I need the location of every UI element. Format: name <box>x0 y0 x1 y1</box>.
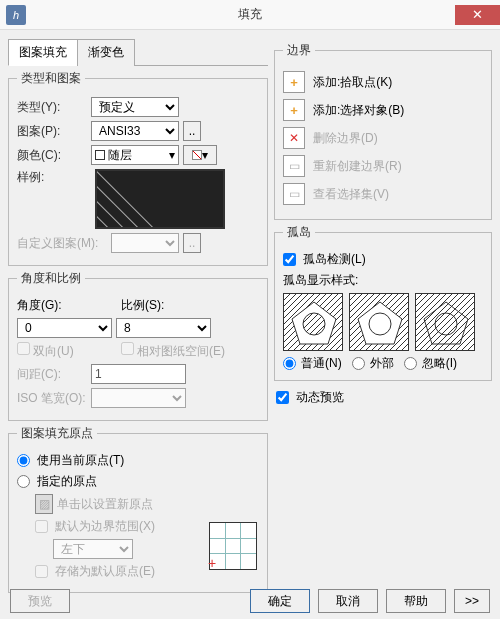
specified-origin-radio[interactable]: 指定的原点 <box>17 473 259 490</box>
add-select-objects-button[interactable]: +添加:选择对象(B) <box>283 99 483 121</box>
spacing-label: 间距(C): <box>17 366 87 383</box>
origin-legend: 图案填充原点 <box>17 425 97 442</box>
angle-scale-group: 角度和比例 角度(G): 比例(S): 0 8 双向(U) 相对图纸空间(E) … <box>8 270 268 421</box>
island-ignore-icon[interactable] <box>415 293 475 351</box>
island-legend: 孤岛 <box>283 224 315 241</box>
island-group: 孤岛 孤岛检测(L) 孤岛显示样式: 普通(N) 外部 忽略(I) <box>274 224 492 381</box>
preview-button: 预览 <box>10 589 70 613</box>
island-normal-radio[interactable]: 普通(N) <box>283 355 342 372</box>
island-ignore-radio[interactable]: 忽略(I) <box>404 355 457 372</box>
svg-point-5 <box>369 313 391 335</box>
add-pick-points-button[interactable]: +添加:拾取点(K) <box>283 71 483 93</box>
origin-thumbnail: + <box>209 522 257 570</box>
type-legend: 类型和图案 <box>17 70 85 87</box>
double-checkbox: 双向(U) <box>17 342 117 360</box>
iso-pen-label: ISO 笔宽(O): <box>17 390 87 407</box>
set-origin-button: ▨ <box>35 494 53 514</box>
ok-button[interactable]: 确定 <box>250 589 310 613</box>
island-normal-icon[interactable] <box>283 293 343 351</box>
scale-select[interactable]: 8 <box>116 318 211 338</box>
color-select[interactable]: 随层 ▾ <box>91 145 179 165</box>
angle-select[interactable]: 0 <box>17 318 112 338</box>
help-button[interactable]: 帮助 <box>386 589 446 613</box>
island-outer-icon[interactable] <box>349 293 409 351</box>
app-icon: h <box>6 5 26 25</box>
type-label: 类型(Y): <box>17 99 87 116</box>
type-select[interactable]: 预定义 <box>91 97 179 117</box>
close-button[interactable]: ✕ <box>455 5 500 25</box>
angle-legend: 角度和比例 <box>17 270 85 287</box>
recreate-boundary-button: ▭重新创建边界(R) <box>283 155 483 177</box>
pattern-browse-button[interactable]: .. <box>183 121 201 141</box>
color-swatch-icon <box>95 150 105 160</box>
bg-color-select[interactable]: ▾ <box>183 145 217 165</box>
svg-point-2 <box>303 313 325 335</box>
tab-hatch[interactable]: 图案填充 <box>8 39 78 66</box>
scale-label: 比例(S): <box>121 297 164 314</box>
sample-label: 样例: <box>17 169 87 186</box>
dynamic-preview-checkbox[interactable]: 动态预览 <box>276 389 490 406</box>
click-set-origin-label: 单击以设置新原点 <box>57 496 153 513</box>
island-detect-checkbox[interactable]: 孤岛检测(L) <box>283 251 483 268</box>
rel-paper-checkbox: 相对图纸空间(E) <box>121 342 225 360</box>
island-style-label: 孤岛显示样式: <box>283 272 483 289</box>
boundary-group: 边界 +添加:拾取点(K) +添加:选择对象(B) ✕删除边界(D) ▭重新创建… <box>274 42 492 220</box>
view-selections-button: ▭查看选择集(V) <box>283 183 483 205</box>
pattern-label: 图案(P): <box>17 123 87 140</box>
type-pattern-group: 类型和图案 类型(Y): 预定义 图案(P): ANSI33 .. 颜色(C):… <box>8 70 268 266</box>
island-outer-radio[interactable]: 外部 <box>352 355 394 372</box>
remove-boundaries-button: ✕删除边界(D) <box>283 127 483 149</box>
use-current-origin-radio[interactable]: 使用当前原点(T) <box>17 452 259 469</box>
cancel-button[interactable]: 取消 <box>318 589 378 613</box>
origin-group: 图案填充原点 使用当前原点(T) 指定的原点 ▨ 单击以设置新原点 默认为边界范… <box>8 425 268 593</box>
window-title: 填充 <box>238 6 262 23</box>
custom-browse-button: .. <box>183 233 201 253</box>
custom-pattern-select <box>111 233 179 253</box>
custom-pattern-label: 自定义图案(M): <box>17 235 107 252</box>
spacing-input <box>91 364 186 384</box>
expand-button[interactable]: >> <box>454 589 490 613</box>
origin-pos-select: 左下 <box>53 539 133 559</box>
pattern-select[interactable]: ANSI33 <box>91 121 179 141</box>
iso-pen-select <box>91 388 186 408</box>
boundary-legend: 边界 <box>283 42 315 59</box>
tab-gradient[interactable]: 渐变色 <box>77 39 135 66</box>
pattern-sample[interactable] <box>95 169 225 229</box>
color-label: 颜色(C): <box>17 147 87 164</box>
angle-label: 角度(G): <box>17 297 117 314</box>
